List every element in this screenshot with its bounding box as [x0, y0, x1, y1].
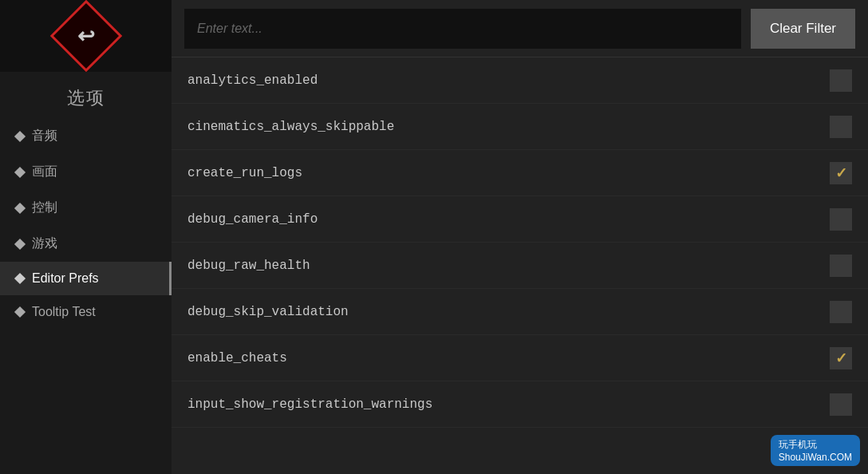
option-label: cinematics_always_skippable: [187, 120, 394, 134]
nav-diamond-icon: [14, 306, 26, 318]
nav-diamond-icon: [14, 130, 26, 141]
option-label: analytics_enabled: [187, 73, 318, 88]
options-list: analytics_enabledcinematics_always_skipp…: [172, 57, 868, 474]
sidebar-item-editor-prefs[interactable]: Editor Prefs: [0, 262, 172, 295]
option-checkbox[interactable]: ✓: [830, 162, 852, 184]
sidebar-item-audio[interactable]: 音频: [0, 118, 172, 154]
nav-item-label: Editor Prefs: [32, 271, 99, 286]
nav-item-label: Tooltip Test: [32, 305, 96, 319]
sidebar-title: 选项: [0, 72, 172, 118]
option-row[interactable]: enable_cheats✓: [172, 335, 868, 381]
clear-filter-button[interactable]: Clear Filter: [751, 9, 855, 49]
option-row[interactable]: analytics_enabled: [172, 57, 868, 104]
nav-item-label: 画面: [32, 164, 57, 180]
logo-area: ↩: [0, 0, 172, 72]
nav-item-label: 控制: [32, 199, 57, 216]
checkmark-icon: ✓: [835, 164, 847, 182]
watermark-badge: 玩手机玩ShouJiWan.COM: [771, 435, 860, 466]
option-row[interactable]: cinematics_always_skippable: [172, 104, 868, 150]
search-input[interactable]: [184, 9, 741, 49]
option-checkbox[interactable]: [830, 69, 852, 92]
option-label: debug_raw_health: [187, 259, 310, 273]
option-row[interactable]: debug_camera_info: [172, 196, 868, 243]
sidebar: ↩ 选项 音频画面控制游戏Editor PrefsTooltip Test: [0, 0, 172, 474]
option-row[interactable]: debug_raw_health: [172, 243, 868, 289]
header-bar: Clear Filter: [172, 0, 868, 57]
option-row[interactable]: input_show_registration_warnings: [172, 381, 868, 428]
nav-diamond-icon: [14, 273, 26, 284]
sidebar-item-tooltip-test[interactable]: Tooltip Test: [0, 295, 172, 329]
nav-item-label: 音频: [32, 128, 57, 144]
nav-item-label: 游戏: [32, 235, 57, 252]
nav-diamond-icon: [14, 202, 26, 213]
sidebar-item-controls[interactable]: 控制: [0, 190, 172, 226]
nav-diamond-icon: [14, 238, 26, 249]
option-label: debug_skip_validation: [187, 305, 349, 319]
option-checkbox[interactable]: [830, 116, 852, 138]
nav-diamond-icon: [14, 166, 26, 177]
main-content: Clear Filter analytics_enabledcinematics…: [172, 0, 868, 474]
option-label: enable_cheats: [187, 351, 287, 365]
option-checkbox[interactable]: [830, 208, 852, 231]
option-checkbox[interactable]: ✓: [830, 347, 852, 369]
option-label: create_run_logs: [187, 166, 302, 180]
sidebar-item-graphics[interactable]: 画面: [0, 154, 172, 190]
option-checkbox[interactable]: [830, 393, 852, 416]
checkmark-icon: ✓: [835, 350, 847, 367]
app-logo: ↩: [49, 0, 122, 72]
option-checkbox[interactable]: [830, 301, 852, 323]
logo-icon: ↩: [77, 26, 95, 46]
option-checkbox[interactable]: [830, 255, 852, 277]
option-label: input_show_registration_warnings: [187, 397, 432, 412]
option-row[interactable]: create_run_logs✓: [172, 150, 868, 196]
option-label: debug_camera_info: [187, 212, 318, 227]
option-row[interactable]: debug_skip_validation: [172, 289, 868, 335]
sidebar-item-game[interactable]: 游戏: [0, 226, 172, 262]
nav-menu: 音频画面控制游戏Editor PrefsTooltip Test: [0, 118, 172, 329]
